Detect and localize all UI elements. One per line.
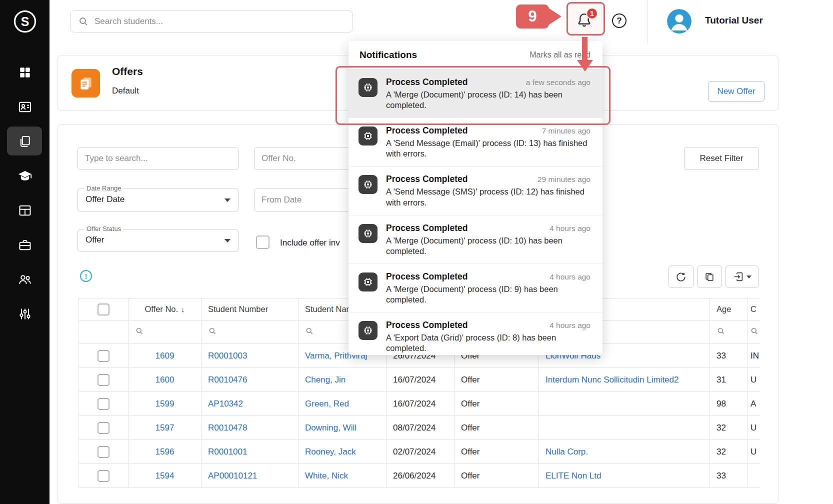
sidebar-item-boards[interactable]: [0, 193, 50, 228]
student-name-link[interactable]: Green, Red: [305, 399, 349, 408]
column-filter-country[interactable]: [748, 320, 760, 344]
mark-all-as-read-link[interactable]: Marks all as read: [530, 50, 590, 60]
column-filter-offer-no[interactable]: [128, 320, 202, 344]
help-button[interactable]: ?: [612, 14, 626, 28]
row-checkbox[interactable]: [98, 374, 110, 386]
row-checkbox[interactable]: [98, 470, 110, 482]
status-cell: Offer: [454, 464, 539, 488]
offer-number-link[interactable]: 1594: [156, 471, 174, 480]
age-cell: 32: [710, 440, 748, 464]
student-number-link[interactable]: AP10342: [208, 399, 243, 408]
student-number-link[interactable]: R0010476: [208, 375, 247, 384]
search-icon: [306, 327, 314, 335]
row-checkbox[interactable]: [98, 350, 110, 362]
svg-text:S: S: [20, 14, 29, 28]
page-title: Offers: [112, 66, 143, 78]
search-input[interactable]: [94, 16, 324, 26]
notification-body: A 'Export Data (Grid)' process (ID: 8) h…: [386, 332, 590, 354]
row-checkbox[interactable]: [98, 422, 110, 434]
question-mark-icon: ?: [616, 16, 622, 26]
age-cell: 32: [710, 416, 748, 440]
export-icon: [733, 272, 744, 282]
offer-number-link[interactable]: 1597: [156, 423, 174, 432]
grid-search-input[interactable]: [78, 147, 238, 170]
annotation-arrow-down-shaft: [582, 37, 588, 61]
notification-content: Process Completed 4 hours ago A 'Export …: [386, 320, 590, 354]
refresh-button[interactable]: [668, 266, 694, 288]
column-header-country[interactable]: C: [748, 298, 760, 320]
sidebar-item-dashboard[interactable]: [0, 55, 50, 90]
offer-number-link[interactable]: 1609: [156, 351, 174, 360]
student-name-link[interactable]: Cheng, Jin: [305, 375, 346, 384]
row-checkbox[interactable]: [98, 446, 110, 458]
id-card-icon: [18, 100, 32, 114]
offer-status-select[interactable]: Offer Status Offer: [78, 229, 238, 252]
notification-item[interactable]: Process Completed 7 minutes ago A 'Send …: [348, 118, 602, 166]
notification-title: Process Completed: [386, 174, 468, 184]
offer-status-label: Offer Status: [84, 225, 124, 232]
export-button[interactable]: [726, 266, 758, 288]
offers-card-icon: [72, 69, 100, 98]
notification-content: Process Completed 29 minutes ago A 'Send…: [386, 174, 590, 208]
column-header-offer-no[interactable]: Offer No.↓: [128, 298, 202, 320]
notification-body: A 'Merge (Document)' process (ID: 10) ha…: [386, 236, 590, 256]
offer-number-link[interactable]: 1596: [156, 447, 174, 456]
offer-number-link[interactable]: 1599: [156, 399, 174, 408]
organisation-link[interactable]: Interdum Nunc Sollicitudin Limited2: [546, 375, 678, 384]
people-icon: [18, 272, 32, 286]
column-filter-student-number[interactable]: [202, 320, 298, 344]
student-number-link[interactable]: R0001001: [208, 447, 247, 456]
sort-descending-icon: ↓: [181, 305, 185, 314]
column-header-student-number[interactable]: Student Number: [202, 298, 298, 320]
organisation-link[interactable]: Nulla Corp.: [546, 447, 588, 456]
student-number-link[interactable]: R0010478: [208, 423, 247, 432]
notification-item[interactable]: Process Completed 4 hours ago A 'Merge (…: [348, 216, 602, 264]
notification-item[interactable]: Process Completed 29 minutes ago A 'Send…: [348, 166, 602, 215]
sliders-icon: [18, 307, 32, 321]
header-divider: [648, 0, 648, 43]
sidebar-item-settings[interactable]: [0, 296, 50, 331]
student-name-link[interactable]: White, Nick: [305, 471, 348, 480]
process-chip-icon: [358, 321, 378, 340]
copy-button[interactable]: [697, 266, 722, 288]
offer-number-link[interactable]: 1600: [156, 375, 174, 384]
include-offer-checkbox[interactable]: [256, 236, 270, 249]
student-number-link[interactable]: R0001003: [208, 351, 247, 360]
process-chip-icon: [358, 224, 378, 243]
chevron-down-icon: [224, 239, 230, 242]
student-name-link[interactable]: Downing, Will: [305, 423, 356, 432]
student-number-link[interactable]: AP00010121: [208, 471, 257, 480]
notification-time: 7 minutes ago: [542, 126, 590, 136]
app-logo[interactable]: S: [0, 0, 50, 43]
user-avatar[interactable]: [667, 9, 692, 34]
column-filter-age[interactable]: [710, 320, 748, 344]
organisation-link[interactable]: ELITE Non Ltd: [546, 471, 602, 480]
user-name[interactable]: Tutorial User: [705, 15, 763, 26]
reset-filter-button[interactable]: Reset Filter: [684, 147, 759, 170]
notification-item[interactable]: Process Completed 4 hours ago A 'Export …: [348, 312, 602, 355]
status-cell: Offer: [454, 440, 539, 464]
notification-item[interactable]: Process Completed 4 hours ago A 'Merge (…: [348, 264, 602, 312]
student-search: [70, 10, 353, 32]
sidebar-item-offers-active[interactable]: [0, 124, 50, 158]
sidebar-item-contacts[interactable]: [0, 90, 50, 124]
notification-title: Process Completed: [386, 126, 468, 136]
country-cell: A: [748, 392, 760, 416]
row-checkbox[interactable]: [98, 398, 110, 410]
notifications-title: Notifications: [360, 50, 417, 60]
notification-body: A 'Send Message (Email)' process (ID: 13…: [386, 138, 590, 159]
country-cell: U: [748, 440, 760, 464]
select-all-checkbox[interactable]: [98, 304, 110, 316]
column-header-age[interactable]: Age: [710, 298, 748, 320]
new-offer-button[interactable]: New Offer: [708, 81, 764, 102]
sidebar-item-education[interactable]: [0, 158, 50, 193]
status-cell: Offer: [454, 368, 539, 392]
briefcase-icon: [18, 238, 32, 252]
page-subtitle: Default: [112, 86, 139, 96]
sidebar-item-jobs[interactable]: [0, 228, 50, 262]
student-name-link[interactable]: Rooney, Jack: [305, 447, 356, 456]
date-range-select[interactable]: Date Range Offer Date: [78, 188, 238, 212]
sidebar-item-agents[interactable]: [0, 262, 50, 296]
search-icon: [717, 327, 725, 335]
country-cell: IN: [748, 344, 760, 368]
